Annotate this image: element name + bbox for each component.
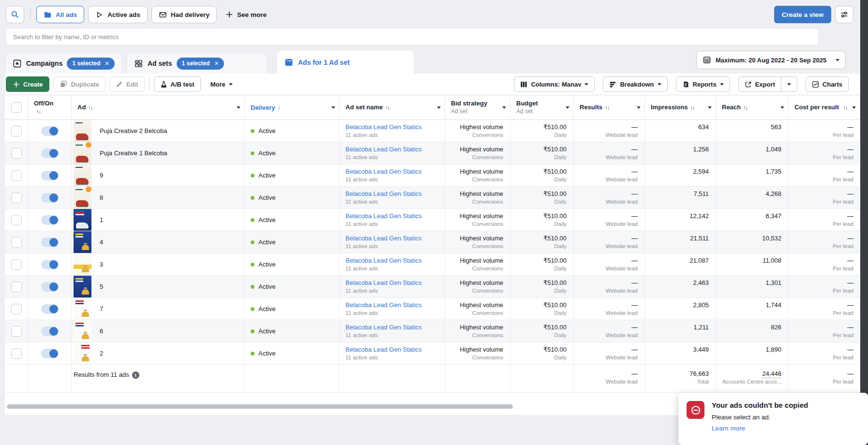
- row-checkbox[interactable]: [11, 259, 22, 270]
- ad-set-link[interactable]: Belacoba Lead Gen Statics: [345, 235, 438, 242]
- chevron-down-icon[interactable]: [331, 106, 335, 109]
- more-button[interactable]: More: [205, 76, 239, 92]
- horizontal-scrollbar[interactable]: [7, 404, 513, 409]
- ad-set-link[interactable]: Belacoba Lead Gen Statics: [345, 146, 438, 153]
- close-icon[interactable]: ✕: [214, 60, 219, 67]
- ad-on-off-toggle[interactable]: [41, 126, 59, 136]
- ad-on-off-toggle[interactable]: [41, 193, 59, 203]
- ad-set-link[interactable]: Belacoba Lead Gen Statics: [345, 279, 438, 287]
- row-checkbox[interactable]: [11, 148, 22, 159]
- ad-set-link[interactable]: Belacoba Lead Gen Statics: [345, 123, 438, 131]
- tab-campaigns[interactable]: Campaigns 1 selected ✕: [6, 53, 122, 74]
- ad-on-off-toggle[interactable]: [41, 171, 59, 180]
- row-checkbox[interactable]: [11, 215, 22, 225]
- header-ad-set-name[interactable]: Ad set name↑↓: [340, 95, 445, 119]
- header-bid-strategy[interactable]: Bid strategy Ad set: [445, 95, 510, 119]
- see-more-button[interactable]: See more: [221, 6, 271, 23]
- select-all-checkbox[interactable]: [11, 102, 22, 113]
- ad-name[interactable]: 1: [100, 216, 103, 224]
- sort-icon[interactable]: ↑↓: [36, 107, 62, 116]
- ad-set-link[interactable]: Belacoba Lead Gen Statics: [345, 190, 438, 198]
- row-checkbox[interactable]: [11, 237, 22, 248]
- chevron-down-icon[interactable]: [502, 106, 506, 109]
- header-budget[interactable]: Budget Ad set: [510, 95, 574, 119]
- chevron-down-icon[interactable]: [637, 106, 641, 109]
- close-icon[interactable]: ✕: [105, 60, 109, 67]
- header-delivery[interactable]: Delivery↑: [245, 95, 340, 119]
- ab-test-button[interactable]: A/B test: [154, 76, 201, 92]
- create-view-button[interactable]: Create a view: [774, 6, 831, 23]
- tab-ad-sets[interactable]: Ad sets 1 selected ✕: [127, 53, 267, 74]
- row-checkbox[interactable]: [11, 126, 22, 136]
- ad-thumbnail[interactable]: [74, 298, 91, 320]
- charts-button[interactable]: Charts: [806, 76, 849, 92]
- ad-thumbnail[interactable]: [74, 342, 91, 364]
- chevron-down-icon[interactable]: [780, 106, 784, 109]
- ad-name[interactable]: 6: [100, 327, 103, 335]
- header-reach[interactable]: Reach↑↓: [716, 95, 789, 119]
- filter-all-ads[interactable]: All ads: [36, 6, 84, 23]
- ad-set-link[interactable]: Belacoba Lead Gen Statics: [345, 212, 438, 220]
- header-ad[interactable]: Ad↑↓: [72, 95, 245, 119]
- duplicate-button[interactable]: Duplicate: [53, 76, 105, 92]
- ad-name[interactable]: 3: [100, 261, 103, 268]
- ad-name[interactable]: 9: [100, 172, 103, 179]
- ad-on-off-toggle[interactable]: [41, 326, 59, 336]
- ad-on-off-toggle[interactable]: [41, 237, 59, 247]
- ad-name[interactable]: 2: [100, 350, 103, 357]
- ad-name[interactable]: 5: [100, 283, 103, 291]
- ad-name[interactable]: 8: [100, 194, 103, 202]
- ad-sets-selected-badge[interactable]: 1 selected ✕: [177, 58, 224, 70]
- header-results[interactable]: Results↑↓: [574, 95, 645, 119]
- ad-name[interactable]: 4: [100, 238, 103, 246]
- ad-set-link[interactable]: Belacoba Lead Gen Statics: [345, 257, 438, 265]
- ad-thumbnail[interactable]: [74, 120, 91, 142]
- ad-set-link[interactable]: Belacoba Lead Gen Statics: [345, 168, 438, 176]
- info-icon[interactable]: i: [132, 371, 139, 379]
- tab-ads[interactable]: Ads for 1 Ad set: [277, 51, 414, 74]
- row-checkbox[interactable]: [11, 304, 22, 314]
- header-off-on[interactable]: Off/On ↑↓: [28, 95, 72, 119]
- filter-active-ads[interactable]: Active ads: [88, 6, 148, 23]
- ad-thumbnail[interactable]: [74, 209, 91, 231]
- campaigns-selected-badge[interactable]: 1 selected ✕: [67, 58, 114, 70]
- ad-name[interactable]: 7: [100, 305, 103, 313]
- columns-button[interactable]: Columns: Manav: [514, 76, 595, 92]
- ad-thumbnail[interactable]: [74, 276, 91, 297]
- ad-thumbnail[interactable]: [74, 320, 91, 342]
- ad-on-off-toggle[interactable]: [41, 215, 59, 225]
- row-checkbox[interactable]: [11, 348, 22, 359]
- date-range-picker[interactable]: Maximum: 20 Aug 2022 - 20 Sep 2025: [696, 51, 846, 69]
- ad-thumbnail[interactable]: [74, 187, 91, 208]
- view-settings-button[interactable]: [835, 6, 853, 23]
- chevron-down-icon[interactable]: [852, 106, 856, 109]
- chevron-down-icon[interactable]: [437, 106, 441, 109]
- ad-thumbnail[interactable]: [74, 231, 91, 253]
- reports-button[interactable]: Reports: [676, 76, 730, 92]
- ad-set-link[interactable]: Belacoba Lead Gen Statics: [345, 301, 438, 309]
- row-checkbox[interactable]: [11, 282, 22, 292]
- ad-on-off-toggle[interactable]: [41, 304, 59, 314]
- ad-on-off-toggle[interactable]: [41, 148, 59, 158]
- row-checkbox[interactable]: [11, 170, 22, 181]
- row-checkbox[interactable]: [11, 326, 22, 337]
- ad-name[interactable]: Puja Creative 2 Belcoba: [100, 127, 167, 135]
- ad-set-link[interactable]: Belacoba Lead Gen Statics: [345, 324, 438, 331]
- filter-had-delivery[interactable]: Had delivery: [151, 6, 217, 23]
- chevron-down-icon[interactable]: [708, 106, 712, 109]
- search-input[interactable]: [6, 28, 819, 45]
- chevron-down-icon[interactable]: [237, 106, 240, 109]
- ad-name[interactable]: Puja Creative 1 Belcoba: [100, 149, 167, 157]
- ad-on-off-toggle[interactable]: [41, 282, 59, 292]
- ad-on-off-toggle[interactable]: [41, 349, 59, 358]
- edit-button[interactable]: Edit: [109, 76, 145, 92]
- row-checkbox[interactable]: [11, 193, 22, 203]
- ad-set-link[interactable]: Belacoba Lead Gen Statics: [345, 346, 438, 354]
- breakdown-button[interactable]: Breakdown: [603, 76, 667, 92]
- header-impressions[interactable]: Impressions↑↓: [645, 95, 716, 119]
- export-button[interactable]: Export: [738, 76, 781, 92]
- export-options-button[interactable]: [781, 76, 797, 92]
- chevron-down-icon[interactable]: [566, 106, 569, 109]
- ad-on-off-toggle[interactable]: [41, 260, 59, 269]
- header-cost-per-result[interactable]: Cost per result ↑↓: [789, 95, 860, 119]
